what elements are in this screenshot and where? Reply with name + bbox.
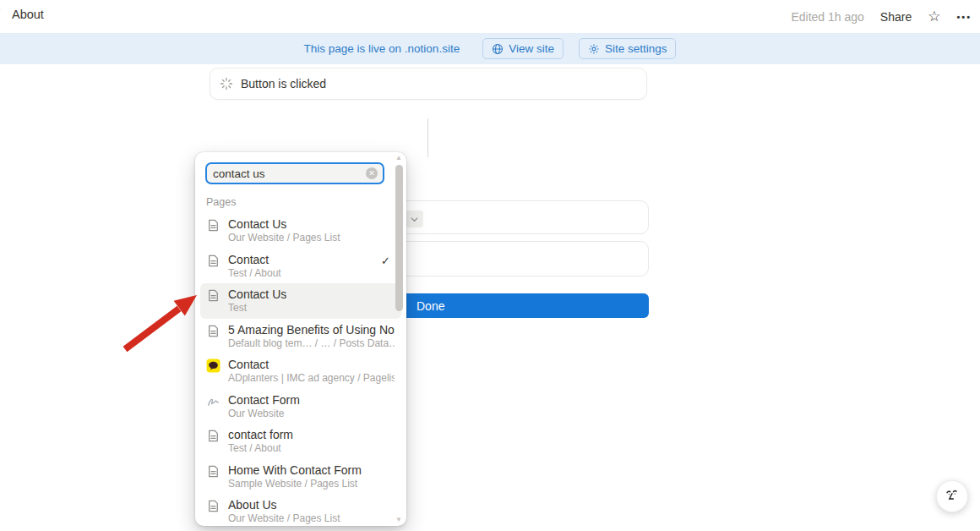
- page-search-popup: ✕ Pages Contact Us Our Website / Pages L…: [195, 152, 406, 526]
- result-path: Our Website / Pages List: [228, 512, 340, 525]
- result-title: contact form: [228, 427, 293, 442]
- notion-app-window: / About Edited 1h ago Share ☆ ••• This p…: [0, 0, 980, 531]
- search-results-list: Contact Us Our Website / Pages List Cont…: [195, 213, 406, 526]
- result-path: Test / About: [228, 267, 281, 280]
- page-icon: [206, 499, 220, 513]
- page-icon: [206, 288, 220, 303]
- result-path: Test / About: [228, 442, 293, 455]
- site-settings-label: Site settings: [605, 42, 667, 55]
- search-result-item[interactable]: Contact Form Our Website: [200, 389, 401, 424]
- search-result-item[interactable]: Home With Contact Form Sample Website / …: [200, 459, 401, 495]
- view-site-button[interactable]: View site: [482, 38, 564, 59]
- search-result-item[interactable]: Contact Us Our Website / Pages List: [200, 213, 401, 249]
- globe-icon: [492, 43, 504, 55]
- clear-search-icon[interactable]: ✕: [366, 167, 378, 179]
- pages-section-label: Pages: [206, 196, 236, 208]
- page-icon: [206, 324, 220, 338]
- column-divider: [427, 118, 428, 157]
- scrollbar-thumb[interactable]: [395, 165, 403, 311]
- button-block-label: Button is clicked: [241, 77, 326, 90]
- result-title: Contact Form: [228, 392, 300, 408]
- page-icon: [206, 254, 220, 268]
- result-title: Contact Us: [228, 216, 340, 232]
- search-result-item[interactable]: 5 Amazing Benefits of Using No… Default …: [200, 319, 401, 354]
- search-field: ✕: [205, 162, 384, 184]
- done-button[interactable]: Done: [389, 293, 649, 318]
- scroll-up-icon[interactable]: ▲: [395, 154, 402, 161]
- search-input[interactable]: [207, 167, 366, 180]
- action-detail-box[interactable]: [389, 241, 649, 276]
- action-select-row[interactable]: [389, 200, 649, 234]
- result-path: ADplanters | IMC ad agency / Pagelist: [228, 372, 395, 385]
- top-bar: / About Edited 1h ago Share ☆ •••: [0, 0, 980, 33]
- kakao-talk-icon: [206, 359, 220, 373]
- button-block-card[interactable]: Button is clicked: [210, 68, 647, 100]
- search-result-item[interactable]: Contact Test / About ✓: [200, 249, 401, 284]
- search-result-item[interactable]: About Us Our Website / Pages List: [200, 494, 401, 526]
- edited-timestamp: Edited 1h ago: [791, 10, 863, 24]
- result-path: Our Website: [228, 408, 300, 420]
- red-arrow-annotation: [118, 289, 203, 355]
- result-title: About Us: [228, 497, 340, 512]
- result-path: Test: [228, 302, 286, 315]
- view-site-label: View site: [509, 42, 554, 55]
- page-icon: [206, 218, 220, 233]
- click-burst-icon: [220, 77, 233, 90]
- check-icon: ✓: [381, 255, 390, 267]
- result-path: Sample Website / Pages List: [228, 478, 362, 490]
- result-title: Contact Us: [228, 287, 286, 302]
- doodle-face-icon: [943, 485, 961, 507]
- more-options-icon[interactable]: •••: [956, 12, 972, 22]
- result-title: 5 Amazing Benefits of Using No…: [228, 322, 395, 337]
- result-title: Contact: [228, 252, 281, 267]
- breadcrumb-page-title[interactable]: About: [12, 8, 44, 21]
- chevron-down-icon[interactable]: [406, 211, 423, 227]
- site-live-banner: This page is live on .notion.site View s…: [0, 33, 980, 64]
- scroll-down-icon[interactable]: ▼: [395, 516, 402, 523]
- scribble-icon: [206, 394, 220, 408]
- page-icon: [206, 429, 220, 443]
- page-icon: [206, 464, 220, 479]
- search-result-item-highlighted[interactable]: Contact Us Test: [200, 283, 401, 319]
- share-button[interactable]: Share: [880, 10, 912, 24]
- result-path: Our Website / Pages List: [228, 232, 340, 244]
- notion-ai-face-button[interactable]: [936, 480, 968, 512]
- result-title: Home With Contact Form: [228, 463, 362, 478]
- search-result-item[interactable]: Contact ADplanters | IMC ad agency / Pag…: [200, 353, 401, 389]
- search-result-item[interactable]: contact form Test / About: [200, 424, 401, 459]
- topbar-actions: Edited 1h ago Share ☆ •••: [791, 0, 972, 33]
- gear-icon: [588, 43, 600, 55]
- banner-message: This page is live on .notion.site: [304, 42, 460, 55]
- result-title: Contact: [228, 357, 395, 372]
- site-settings-button[interactable]: Site settings: [579, 38, 677, 59]
- result-path: Default blog tem… / … / Posts Data…: [228, 337, 395, 350]
- favorite-star-icon[interactable]: ☆: [928, 9, 940, 24]
